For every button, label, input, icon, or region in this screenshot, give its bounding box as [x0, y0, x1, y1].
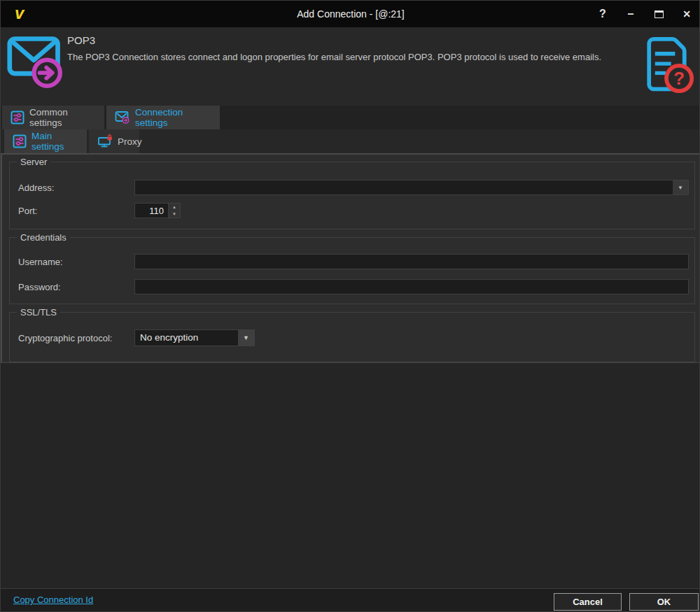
help-button[interactable]: ?: [590, 1, 615, 27]
server-group: Server Address: ▼ Port: ▲: [9, 162, 695, 229]
protocol-dropdown[interactable]: No encryption ▼: [134, 329, 255, 346]
spinner-up-icon[interactable]: ▲: [169, 204, 180, 211]
password-row: Password:: [18, 278, 689, 295]
document-help-icon: ?: [638, 36, 695, 97]
cancel-button-label: Cancel: [573, 597, 603, 607]
svg-text:?: ?: [673, 69, 685, 88]
add-connection-dialog: v Add Connection - [@:21] ? – ✕ POP3 The…: [0, 0, 700, 612]
sliders-icon: [10, 111, 24, 124]
chevron-down-icon: ▼: [243, 334, 249, 341]
address-combobox: ▼: [134, 180, 689, 195]
port-row: Port: ▲ ▼: [18, 202, 689, 219]
close-icon: ✕: [682, 8, 691, 20]
tab-label: Proxy: [118, 136, 142, 147]
tab-main-settings[interactable]: Main settings: [4, 129, 87, 153]
copy-connection-id-link[interactable]: Copy Connection Id: [13, 595, 93, 605]
address-input[interactable]: [135, 180, 673, 194]
tab-page: Server Address: ▼ Port: ▲: [1, 153, 700, 588]
proxy-lock-icon: [97, 134, 113, 148]
title-bar: v Add Connection - [@:21] ? – ✕: [1, 1, 700, 27]
minimize-icon: –: [628, 8, 634, 20]
tabstrip-level2: Main settings Proxy: [1, 129, 700, 153]
protocol-label: Cryptographic protocol:: [18, 333, 134, 343]
group-legend: SSL/TLS: [17, 307, 60, 318]
page-title: POP3: [67, 34, 95, 46]
chevron-down-icon: ▼: [678, 185, 683, 191]
protocol-selected-value: No encryption: [135, 330, 238, 346]
sliders-icon: [13, 134, 27, 148]
pop3-envelope-icon: [6, 33, 65, 92]
port-spin-buttons: ▲ ▼: [168, 203, 181, 218]
tab-label: Connection settings: [135, 107, 211, 128]
username-input[interactable]: [134, 254, 689, 269]
port-input[interactable]: [134, 203, 168, 218]
dialog-header: POP3 The POP3 Connection stores connect …: [1, 27, 700, 106]
port-label: Port:: [18, 206, 134, 216]
username-label: Username:: [18, 257, 134, 267]
password-label: Password:: [18, 282, 134, 292]
ok-button-label: OK: [657, 597, 671, 607]
cancel-button[interactable]: Cancel: [554, 593, 622, 611]
maximize-button[interactable]: [646, 1, 671, 27]
username-row: Username:: [18, 253, 689, 270]
port-stepper: ▲ ▼: [134, 203, 181, 218]
tab-label: Main settings: [31, 131, 78, 152]
address-label: Address:: [18, 183, 134, 193]
ssl-tls-group: SSL/TLS Cryptographic protocol: No encry…: [9, 312, 695, 362]
dialog-footer: Copy Connection Id Cancel OK: [1, 588, 700, 612]
group-legend: Server: [17, 157, 50, 167]
address-dropdown-button[interactable]: ▼: [673, 180, 688, 194]
tab-common-settings[interactable]: Common settings: [2, 106, 104, 129]
close-button[interactable]: ✕: [674, 1, 699, 27]
envelope-plus-icon: [115, 111, 130, 124]
ok-button[interactable]: OK: [629, 593, 699, 611]
page-description: The POP3 Connection stores connect and l…: [67, 51, 612, 64]
settings-panel: Server Address: ▼ Port: ▲: [1, 153, 700, 363]
tab-connection-settings[interactable]: Connection settings: [106, 106, 220, 129]
protocol-dropdown-button[interactable]: ▼: [238, 330, 254, 346]
minimize-button[interactable]: –: [618, 1, 643, 27]
spinner-down-icon[interactable]: ▼: [169, 211, 180, 218]
address-row: Address: ▼: [18, 179, 689, 196]
tabstrip-level1: Common settings Connection settings: [1, 106, 700, 129]
password-input[interactable]: [134, 279, 689, 294]
protocol-row: Cryptographic protocol: No encryption ▼: [18, 329, 689, 346]
maximize-icon: [654, 10, 664, 18]
tab-label: Common settings: [29, 107, 96, 128]
help-icon: ?: [599, 8, 606, 20]
group-legend: Credentials: [17, 232, 70, 243]
tab-proxy[interactable]: Proxy: [89, 129, 139, 153]
credentials-group: Credentials Username: Password:: [9, 237, 695, 304]
